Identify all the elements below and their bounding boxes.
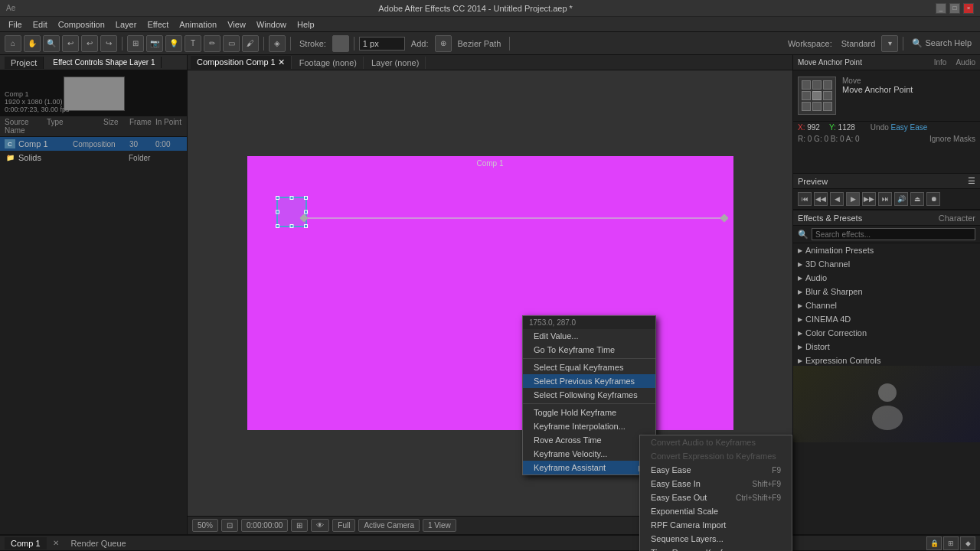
rotate-tool[interactable]: ↩ <box>62 35 79 52</box>
tl-tab-comp1[interactable]: Comp 1 <box>5 537 47 549</box>
puppet-tool[interactable]: ◈ <box>269 35 286 52</box>
goto-start-btn[interactable]: ⏮ <box>798 192 812 206</box>
effect-group-expression[interactable]: ▶ Expression Controls <box>793 354 980 366</box>
light-btn[interactable]: 💡 <box>165 35 182 52</box>
camera-view-btn[interactable]: Active Camera <box>358 519 420 532</box>
brush-btn[interactable]: 🖌 <box>242 35 259 52</box>
fit-view-btn[interactable]: ⊡ <box>221 519 238 532</box>
ctx2-rpf-camera[interactable]: RPF Camera Import <box>640 518 792 532</box>
grid-tr[interactable] <box>823 80 832 90</box>
grid-bc[interactable] <box>812 102 822 111</box>
tl-tab-render[interactable]: Render Queue <box>65 537 132 549</box>
effect-group-color[interactable]: ▶ Color Correction <box>793 326 980 340</box>
loop-btn[interactable]: ⏏ <box>910 192 924 206</box>
character-tab[interactable]: Character <box>934 214 980 223</box>
ctx1-select-previous[interactable]: Select Previous Keyframes <box>523 374 655 388</box>
goto-end-btn[interactable]: ⏭ <box>878 192 892 206</box>
add-btn[interactable]: ⊕ <box>435 35 452 52</box>
stroke-color[interactable] <box>332 35 349 52</box>
audio-tab[interactable]: Audio <box>951 57 980 68</box>
undo-btn[interactable]: ↩ <box>81 35 98 52</box>
grid-br[interactable] <box>823 102 832 111</box>
tl-close[interactable]: ✕ <box>50 539 62 547</box>
effect-group-cinema4d[interactable]: ▶ CINEMA 4D <box>793 312 980 326</box>
redo-btn[interactable]: ↪ <box>100 35 117 52</box>
play-btn[interactable]: ▶ <box>846 192 860 206</box>
grid-ml[interactable] <box>802 91 811 100</box>
project-tab[interactable]: Project <box>5 57 44 69</box>
info-tab[interactable]: Info <box>929 57 952 68</box>
effect-group-distort[interactable]: ▶ Distort <box>793 340 980 354</box>
grid-bl[interactable] <box>802 102 811 111</box>
move-anchor-btn[interactable]: Move Anchor Point <box>842 85 975 94</box>
prev-frame-btn[interactable]: ◀◀ <box>814 192 828 206</box>
menu-file[interactable]: File <box>3 18 28 31</box>
footage-tab[interactable]: Footage (none) <box>293 57 364 69</box>
effect-group-animation[interactable]: ▶ Animation Presets <box>793 243 980 257</box>
tl-lock-btn[interactable]: 🔒 <box>926 536 942 550</box>
shape-btn[interactable]: ▭ <box>223 35 240 52</box>
effects-search-input[interactable] <box>812 228 975 240</box>
effect-group-channel[interactable]: ▶ Channel <box>793 298 980 312</box>
ctx2-easy-ease-out[interactable]: Easy Ease Out Ctrl+Shift+F9 <box>640 491 792 504</box>
ctx2-sequence-layers[interactable]: Sequence Layers... <box>640 532 792 546</box>
menu-effect[interactable]: Effect <box>142 18 174 31</box>
grid-mr[interactable] <box>823 91 832 100</box>
record-btn[interactable]: ⏺ <box>926 192 940 206</box>
menu-layer[interactable]: Layer <box>110 18 142 31</box>
views-btn[interactable]: 1 View <box>423 519 456 532</box>
preview-menu[interactable]: ☰ <box>968 176 975 186</box>
forward-btn[interactable]: ▶▶ <box>862 192 876 206</box>
ctx1-velocity[interactable]: Keyframe Velocity... <box>523 447 655 461</box>
project-item-comp1[interactable]: C Comp 1 Composition 30 0:00 <box>0 137 187 151</box>
menu-view[interactable]: View <box>222 18 251 31</box>
hand-tool[interactable]: ✋ <box>24 35 41 52</box>
px-input[interactable] <box>359 37 405 51</box>
view-options-btn[interactable]: 👁 <box>311 519 329 532</box>
window-controls[interactable]: _ □ × <box>936 3 974 14</box>
menu-animation[interactable]: Animation <box>174 18 222 31</box>
ctx1-rove[interactable]: Rove Across Time <box>523 433 655 447</box>
effect-group-blur[interactable]: ▶ Blur & Sharpen <box>793 285 980 298</box>
menu-edit[interactable]: Edit <box>28 18 53 31</box>
text-btn[interactable]: T <box>185 35 201 52</box>
time-btn[interactable]: 0:00:00:00 <box>241 519 288 532</box>
grid-tc[interactable] <box>812 80 822 90</box>
grid-tl[interactable] <box>802 80 811 90</box>
menu-composition[interactable]: Composition <box>53 18 110 31</box>
layer-tab[interactable]: Layer (none) <box>365 57 426 69</box>
ctx1-assistant[interactable]: Keyframe Assistant ▶ <box>523 461 655 474</box>
close-button[interactable]: × <box>963 3 974 14</box>
back-btn[interactable]: ◀ <box>830 192 844 206</box>
camera-btn[interactable]: 📷 <box>146 35 163 52</box>
ctx1-select-equal[interactable]: Select Equal Keyframes <box>523 360 655 374</box>
new-comp-btn[interactable]: ⊞ <box>127 35 144 52</box>
tl-grid-btn[interactable]: ⊞ <box>943 536 959 550</box>
effect-group-3dchannel[interactable]: ▶ 3D Channel <box>793 257 980 271</box>
pen-btn[interactable]: ✏ <box>204 35 220 52</box>
ctx1-toggle-hold[interactable]: Toggle Hold Keyframe <box>523 406 655 419</box>
resolution-btn[interactable]: Full <box>332 519 355 532</box>
audio-btn[interactable]: 🔊 <box>894 192 908 206</box>
ctx1-select-following[interactable]: Select Following Keyframes <box>523 388 655 402</box>
snap-btn[interactable]: ⊞ <box>291 519 308 532</box>
zoom-50-btn[interactable]: 50% <box>192 519 218 532</box>
grid-mc[interactable] <box>812 91 822 100</box>
ctx2-easy-ease[interactable]: Easy Ease F9 <box>640 463 792 477</box>
menu-help[interactable]: Help <box>292 18 320 31</box>
tl-markers-btn[interactable]: ◆ <box>960 536 975 550</box>
home-btn[interactable]: ⌂ <box>5 35 21 52</box>
ctx1-goto-time[interactable]: Go To Keyframe Time <box>523 343 655 357</box>
maximize-button[interactable]: □ <box>949 3 960 14</box>
comp-tab[interactable]: Composition Comp 1 ✕ <box>191 56 292 69</box>
ctx1-interpolation[interactable]: Keyframe Interpolation... <box>523 419 655 433</box>
menu-window[interactable]: Window <box>251 18 292 31</box>
zoom-tool[interactable]: 🔍 <box>43 35 60 52</box>
ctx2-exponential[interactable]: Exponential Scale <box>640 504 792 518</box>
ctx1-edit-value[interactable]: Edit Value... <box>523 329 655 343</box>
minimize-button[interactable]: _ <box>936 3 946 14</box>
project-item-solids[interactable]: 📁 Solids Folder <box>0 151 187 165</box>
ctx2-time-reverse[interactable]: Time-Reverse Keyframes <box>640 546 792 551</box>
ctx2-easy-ease-in[interactable]: Easy Ease In Shift+F9 <box>640 477 792 491</box>
effect-controls-tab[interactable]: Effect Controls Shape Layer 1 <box>47 57 162 68</box>
